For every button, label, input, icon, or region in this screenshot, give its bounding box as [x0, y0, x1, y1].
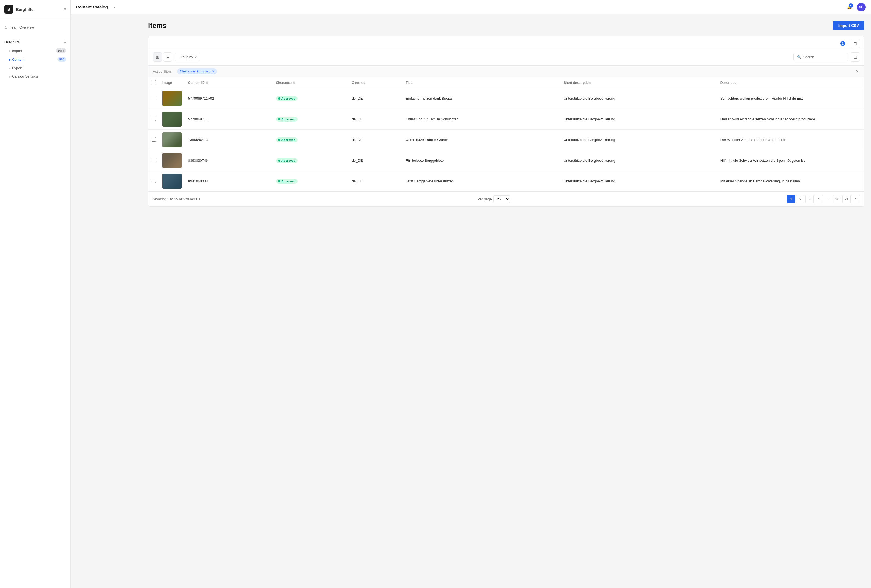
table-card: ⊟ 1 ⊞ ≡ Group by ∨	[148, 36, 865, 206]
filter-chip-clearance-approved: Clearance: Approved ×	[177, 68, 217, 74]
toolbar-left: ⊞ ≡ Group by ∨	[153, 52, 201, 61]
row-select-checkbox[interactable]	[152, 137, 156, 142]
row-content-id: 8941060303	[185, 171, 273, 192]
row-select-checkbox[interactable]	[152, 117, 156, 121]
row-short-description: Unterstütze die Bergbevölkerung	[560, 150, 717, 171]
page-button-21[interactable]: 21	[843, 195, 851, 203]
search-input[interactable]	[803, 55, 844, 59]
page-button-4[interactable]: 4	[815, 195, 823, 203]
sidebar-item-catalog-settings[interactable]: Catalog Settings	[0, 72, 70, 81]
notification-button[interactable]: 🔔 0	[845, 3, 854, 12]
import-csv-button[interactable]: Import CSV	[833, 21, 865, 30]
row-short-description: Unterstütze die Bergbevölkerung	[560, 130, 717, 150]
active-filters-label: Active filters	[153, 69, 172, 73]
content-id-sort-icon: ⇅	[206, 81, 208, 84]
sidebar-item-import[interactable]: Import 1664	[0, 46, 70, 55]
row-short-description: Unterstütze die Bergbevölkerung	[560, 171, 717, 192]
org-name-label: Berghilfe	[16, 7, 33, 12]
content-label: Content	[12, 57, 24, 61]
approved-dot-icon	[278, 139, 280, 141]
app-name-label: Content Catalog	[76, 4, 108, 9]
collapse-sidebar-button[interactable]: ‹	[111, 3, 119, 11]
home-icon: ⌂	[4, 25, 7, 30]
org-name-area[interactable]: Berghilfe ∨	[16, 7, 66, 12]
table-toolbar: ⊞ ≡ Group by ∨ 🔍 ⊟	[148, 48, 864, 66]
sidebar-item-team-overview[interactable]: ⌂ Team Overview	[0, 22, 70, 32]
filter-button[interactable]: ⊟	[851, 39, 860, 48]
columns-icon: ⊟	[854, 54, 857, 60]
per-page-label: Per page	[477, 197, 492, 201]
page-button-20[interactable]: 20	[833, 195, 841, 203]
group-by-chevron-icon: ∨	[195, 55, 197, 59]
sidebar-nav: ⌂ Team Overview	[0, 19, 70, 36]
clearance-badge: Approved	[276, 138, 298, 142]
row-description: Mit einer Spende an Bergbevölkerung, ih …	[717, 171, 864, 192]
sidebar-section-berghilfe: Berghilfe ∧ Import 1664 Content 580 Expo…	[0, 36, 70, 83]
th-content-id[interactable]: Content ID ⇅	[185, 77, 273, 88]
row-checkbox-cell	[148, 171, 159, 192]
export-dot	[9, 67, 10, 69]
row-checkbox-cell	[148, 88, 159, 109]
sidebar-section-header[interactable]: Berghilfe ∧	[0, 38, 70, 46]
approved-dot-icon	[278, 160, 280, 162]
pagination-pages: 1234...2021›	[787, 195, 860, 203]
th-short-description: Short description	[560, 77, 717, 88]
grid-view-button[interactable]: ⊞	[153, 52, 162, 61]
row-select-checkbox[interactable]	[152, 158, 156, 162]
group-by-select[interactable]: Group by ∨	[175, 53, 201, 61]
org-logo: B	[4, 5, 13, 13]
list-view-button[interactable]: ≡	[163, 52, 172, 61]
filter-chip-remove-button[interactable]: ×	[212, 69, 214, 73]
per-page-control: Per page 25 50 100	[477, 196, 510, 203]
row-image-cell	[159, 150, 185, 171]
columns-button[interactable]: ⊟	[851, 52, 860, 61]
content-dot	[9, 59, 10, 61]
content-badge: 580	[57, 57, 66, 61]
catalog-settings-label: Catalog Settings	[12, 74, 38, 78]
row-clearance: Approved	[273, 130, 349, 150]
filter-chip-text: Clearance: Approved	[180, 69, 210, 73]
row-select-checkbox[interactable]	[152, 96, 156, 100]
import-badge: 1664	[56, 48, 66, 53]
clearance-badge: Approved	[276, 96, 298, 101]
row-short-description: Unterstütze die Bergbevölkerung	[560, 109, 717, 130]
search-input-wrap[interactable]: 🔍	[793, 53, 848, 61]
row-title: Jetzt Berggebiete unterstützen	[403, 171, 560, 192]
page-button-3[interactable]: 3	[805, 195, 814, 203]
row-select-checkbox[interactable]	[152, 179, 156, 183]
row-clearance: Approved	[273, 109, 349, 130]
pagination-ellipsis: ...	[824, 195, 832, 203]
row-image-cell	[159, 171, 185, 192]
pagination-next-button[interactable]: ›	[852, 195, 860, 203]
row-override: de_DE	[349, 109, 403, 130]
clear-all-filters-button[interactable]: ×	[855, 69, 860, 74]
table-body: 5770069711V02 Approved de_DE Einfacher h…	[148, 88, 864, 192]
th-override: Override	[349, 77, 403, 88]
sidebar-item-export[interactable]: Export	[0, 64, 70, 72]
topbar: Content Catalog ‹ 🔔 0 SH	[71, 0, 871, 14]
active-filters-row: Active filters Clearance: Approved × ×	[148, 66, 864, 77]
pagination-bar: Showing 1 to 25 of 520 results Per page …	[148, 192, 864, 206]
row-description: Schlüchters wollen produzieren. Hierfür …	[717, 88, 864, 109]
per-page-select[interactable]: 25 50 100	[494, 196, 510, 203]
user-avatar[interactable]: SH	[857, 3, 865, 12]
search-icon: 🔍	[797, 55, 801, 59]
table-head: Image Content ID ⇅ Clearance ⇅	[148, 77, 864, 88]
th-clearance[interactable]: Clearance ⇅	[273, 77, 349, 88]
row-title: Entlastung für Familie Schlüchter	[403, 109, 560, 130]
select-all-checkbox[interactable]	[152, 80, 156, 84]
sidebar-header: B Berghilfe ∨	[0, 0, 70, 19]
approved-dot-icon	[278, 97, 280, 100]
page-button-2[interactable]: 2	[796, 195, 804, 203]
approved-dot-icon	[278, 180, 280, 183]
sidebar-item-content[interactable]: Content 580	[0, 55, 70, 64]
th-title: Title	[403, 77, 560, 88]
row-image-cell	[159, 88, 185, 109]
row-content-id: 8363830746	[185, 150, 273, 171]
th-description: Description	[717, 77, 864, 88]
clearance-badge: Approved	[276, 179, 298, 184]
row-checkbox-cell	[148, 109, 159, 130]
page-button-1[interactable]: 1	[787, 195, 795, 203]
row-title: Für belebte Berggebiete	[403, 150, 560, 171]
row-image	[163, 132, 181, 147]
